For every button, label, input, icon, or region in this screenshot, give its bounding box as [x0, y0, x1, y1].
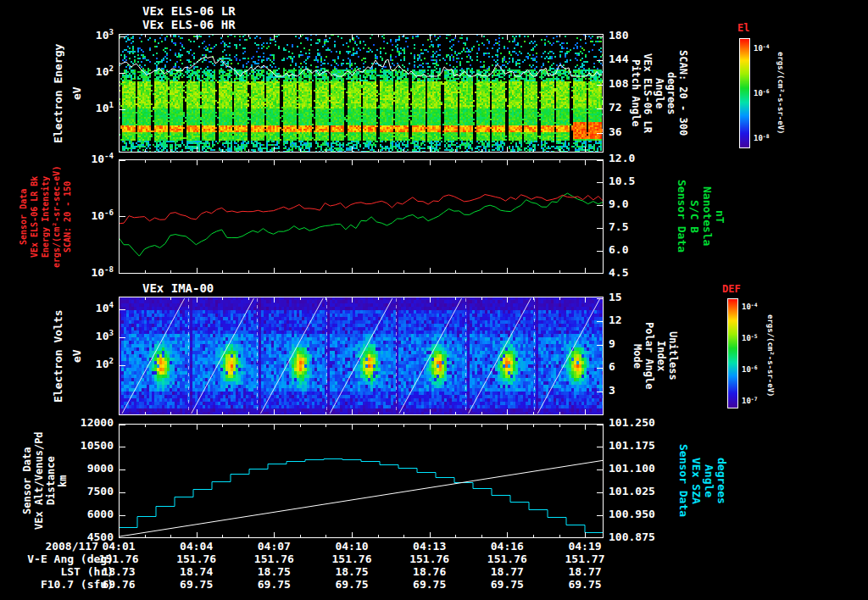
ephemeris-value: 151.76	[171, 553, 222, 566]
axis-tick-label: 103	[71, 30, 114, 42]
axis-tick-label: 15	[609, 292, 659, 304]
panel2-right-axis-title-4: nT	[713, 159, 726, 274]
axis-tick-label: 6000	[71, 508, 114, 521]
axis-tick-label: 102	[71, 358, 114, 371]
axis-tick-label: 4.5	[609, 267, 659, 280]
time-tick-label: 04:07	[248, 541, 299, 553]
panel1-left-axis-unit: eV	[71, 34, 85, 153]
ephemeris-value: 69.75	[404, 579, 455, 592]
axis-tick-label: 7500	[71, 486, 114, 498]
ephemeris-value: 69.75	[326, 579, 377, 592]
panel1-left-axis-title: Electron Energy	[53, 34, 66, 153]
axis-tick-label: 6.0	[609, 244, 659, 257]
ephemeris-value: 69.75	[248, 579, 299, 592]
panel4-right-axis-title-3: Angle	[702, 424, 715, 538]
axis-tick-label: 10-4	[71, 153, 114, 166]
ephemeris-value: 151.76	[93, 553, 144, 566]
time-tick-label: 04:13	[404, 541, 455, 553]
axis-tick-label: 7.5	[609, 221, 659, 234]
ima-spectrogram-canvas	[119, 297, 604, 415]
axis-tick-label: 10-6	[71, 210, 114, 223]
ephemeris-value: 151.76	[248, 553, 299, 566]
colorbar-tick-label: 10-6	[742, 365, 771, 374]
axis-tick-label: 103	[71, 331, 114, 343]
axis-tick-label: 180	[609, 30, 659, 42]
axis-tick-label: 104	[71, 303, 114, 315]
time-tick-label: 04:01	[93, 541, 144, 553]
axis-tick-label: 72	[609, 102, 659, 114]
panel4-left-axis-title-2: VEx Alt/Venus/Pd	[34, 424, 46, 538]
axis-tick-label: 10-8	[71, 267, 114, 280]
panel2-right-axis-title-2: S/C B	[687, 159, 700, 274]
axis-tick-label: 9	[609, 338, 659, 351]
altitude-sza-plot-canvas	[119, 424, 604, 538]
axis-tick-label: 10500	[71, 440, 114, 453]
panel4-left-axis-title-4: km	[58, 424, 70, 538]
axis-tick-label: 9.0	[609, 198, 659, 211]
axis-tick-label: 100.875	[609, 531, 659, 544]
axis-tick-label: 3	[609, 385, 659, 397]
colorbar1-title: El	[737, 23, 749, 35]
panel4-right-axis-title-4: degrees	[715, 424, 727, 538]
ephemeris-value: 18.77	[481, 566, 532, 579]
ima-colorbar-canvas	[727, 298, 738, 408]
colorbar-tick-label: 10-4	[742, 303, 771, 311]
axis-tick-label: 101.250	[609, 417, 659, 430]
axis-tick-label: 108	[609, 78, 659, 91]
axis-tick-label: 101.175	[609, 440, 659, 453]
panel2-left-axis-title-3: Energy Intensity	[41, 159, 52, 274]
panel4-left-axis-title-3: Distance	[46, 424, 58, 538]
axis-tick-label: 12.0	[609, 153, 659, 165]
panel3-title: VEx IMA-00	[142, 281, 214, 295]
axis-tick-label: 10.5	[609, 175, 659, 188]
axis-tick-label: 101.100	[609, 463, 659, 475]
ephemeris-value: 69.75	[559, 579, 610, 592]
ephemeris-value: 69.75	[481, 579, 532, 592]
ephemeris-value: 18.74	[171, 566, 222, 579]
panel2-left-axis-title-2: VEx ELS-06 LR Bk	[30, 159, 41, 274]
colorbar-tick-label: 10-8	[754, 134, 782, 142]
vex-quicklook-display: VEx ELS-06 LR VEx ELS-06 HR Electron Ene…	[0, 0, 868, 600]
colorbar-tick-label: 10-5	[742, 334, 771, 342]
panel4-right-axis-title-1: Sensor Data	[676, 424, 689, 538]
axis-tick-label: 101.025	[609, 486, 659, 498]
panel1-title-lr: VEx ELS-06 LR	[142, 4, 236, 18]
panel1-title-hr: VEx ELS-06 HR	[142, 18, 236, 31]
panel2-left-axis-title-4: ergs/(cm²-sr-sec-eV)	[52, 159, 63, 274]
els-spectrogram-canvas	[119, 34, 604, 153]
colorbar2-title: DEF	[722, 284, 741, 296]
time-tick-label: 04:04	[171, 541, 222, 553]
ephemeris-value: 69.75	[171, 579, 222, 592]
axis-tick-label: 36	[609, 126, 659, 139]
ephemeris-value: 18.76	[404, 566, 455, 579]
axis-tick-label: 9000	[71, 463, 114, 475]
axis-tick-label: 101	[71, 103, 114, 115]
ephemeris-value: 18.73	[93, 566, 144, 579]
colorbar-tick-label: 10-7	[742, 397, 771, 405]
ephemeris-value: 18.77	[559, 566, 610, 579]
panel2-left-axis-title-1: Sensor Data	[19, 159, 30, 274]
els-colorbar-canvas	[739, 38, 750, 148]
colorbar-tick-label: 10-4	[754, 44, 782, 53]
axis-tick-label: 12	[609, 314, 659, 327]
panel1-right-axis-title-5: SCAN: 20 - 300	[676, 34, 688, 153]
panel3-left-axis-title: Electron Volts	[53, 297, 66, 415]
ephemeris-value: 18.75	[248, 566, 299, 579]
axis-tick-label: 12000	[71, 417, 114, 430]
panel1-right-axis-title-4: degrees	[665, 34, 676, 153]
ephemeris-value: 151.76	[481, 553, 532, 566]
axis-tick-label: 144	[609, 53, 659, 66]
time-tick-label: 04:16	[481, 541, 532, 553]
panel3-right-axis-title-4: Unitless	[666, 297, 678, 415]
ephemeris-value: 151.77	[559, 553, 610, 566]
ephemeris-value: 151.76	[326, 553, 377, 566]
intensity-bfield-plot-canvas	[119, 159, 604, 274]
ephemeris-value: 69.76	[93, 579, 144, 592]
panel2-right-axis-title-1: Sensor Data	[675, 159, 687, 274]
panel4-right-axis-title-2: VEx SZA	[689, 424, 702, 538]
axis-tick-label: 6	[609, 361, 659, 374]
ephemeris-value: 18.75	[326, 566, 377, 579]
panel4-left-axis-title-1: Sensor Data	[22, 424, 34, 538]
ephemeris-value: 151.76	[404, 553, 455, 566]
axis-tick-label: 100.950	[609, 508, 659, 521]
